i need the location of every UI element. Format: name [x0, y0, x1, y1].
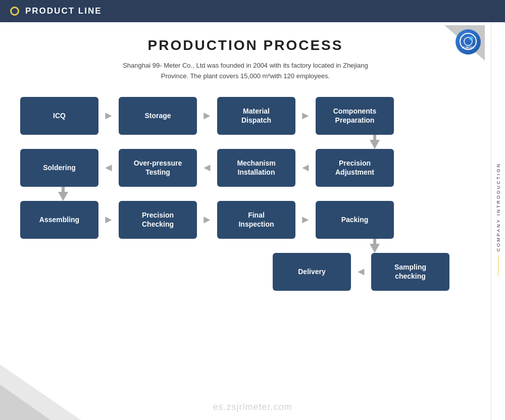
svg-marker-6 [58, 192, 68, 201]
process-overpressure: Over-pressureTesting [119, 149, 197, 187]
down-arrow-after-row1 [20, 135, 471, 149]
process-row-1: ICQ ► Storage ► MaterialDispatch ► Compo… [20, 97, 471, 135]
watermark: es.zsjrlmeter.com [213, 402, 292, 412]
svg-point-3 [469, 36, 473, 40]
process-row-2: Soldering ◄ Over-pressureTesting ◄ Mecha… [20, 149, 471, 187]
process-mechanism: MechanismInstallation [217, 149, 295, 187]
svg-rect-9 [373, 239, 376, 245]
page-title: PRODUCTION PROCESS [20, 37, 471, 54]
deco-triangle-2 [0, 385, 50, 420]
arrow-2-3: ► [197, 111, 217, 121]
right-sidebar: COMPANY INTRODUCTION [491, 22, 505, 420]
sidebar-vertical-text: COMPANY INTRODUCTION [496, 163, 501, 251]
process-sampling: Samplingchecking [371, 253, 449, 291]
down-arrow-after-row2 [20, 187, 471, 201]
process-storage: Storage [119, 97, 197, 135]
svg-marker-8 [370, 244, 380, 253]
process-material-dispatch: MaterialDispatch [217, 97, 295, 135]
arrow-r3-1: ► [98, 215, 119, 225]
process-soldering: Soldering [20, 149, 98, 187]
arrow-r3-2: ► [197, 215, 217, 225]
process-assembling: Assembling [20, 201, 98, 239]
arrow-r4-1: ◄ [351, 267, 371, 277]
arrow-back-3: ◄ [295, 163, 316, 173]
decorative-triangles [0, 359, 91, 420]
svg-marker-4 [370, 140, 380, 149]
process-precision-adj: PrecisionAdjustment [316, 149, 394, 187]
arrow-1-2: ► [98, 111, 119, 121]
logo-text: 99 METER [459, 32, 477, 52]
process-packing: Packing [316, 201, 394, 239]
process-precision-check: PrecisionChecking [119, 201, 197, 239]
process-row-3: Assembling ► PrecisionChecking ► FinalIn… [20, 201, 471, 239]
header-circle-icon [10, 7, 19, 16]
logo-circle: 99 METER [456, 29, 481, 55]
main-content: PRODUCTION PROCESS Shanghai 99- Meter Co… [0, 22, 491, 301]
arrow-back-2: ◄ [197, 163, 217, 173]
process-delivery: Delivery [273, 253, 351, 291]
process-flow: ICQ ► Storage ► MaterialDispatch ► Compo… [20, 97, 471, 291]
header-bar: PRODUCT LINE [0, 0, 505, 22]
svg-rect-5 [373, 135, 376, 141]
process-row-4: Delivery ◄ Samplingchecking [273, 253, 471, 291]
arrow-back-1: ◄ [98, 163, 119, 173]
svg-rect-7 [62, 187, 65, 193]
sidebar-line [498, 255, 498, 276]
arrow-r3-3: ► [295, 215, 316, 225]
page-subtitle: Shanghai 99- Meter Co., Ltd was founded … [20, 61, 471, 82]
logo-area: 99 METER [439, 25, 485, 61]
process-icq: ICQ [20, 97, 98, 135]
down-arrow-after-row3 [20, 239, 471, 253]
process-final-inspection: FinalInspection [217, 201, 295, 239]
process-components-prep: ComponentsPreparation [316, 97, 394, 135]
arrow-3-4: ► [295, 111, 316, 121]
header-title: PRODUCT LINE [25, 6, 102, 16]
svg-text:99 METER: 99 METER [462, 46, 475, 49]
